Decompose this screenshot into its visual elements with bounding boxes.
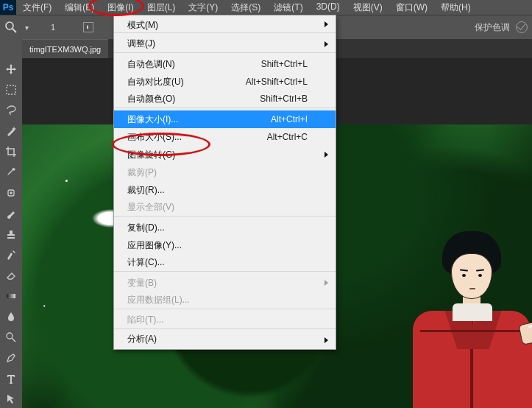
gradient-tool-icon[interactable]	[4, 289, 18, 303]
menu-item-trim[interactable]: 裁切(R)...	[114, 181, 336, 199]
menu-item-label: 变量(B)	[127, 277, 308, 289]
menu-item-crop: 裁剪(P)	[114, 163, 336, 181]
menu-item-shortcut: Alt+Ctrl+C	[267, 132, 308, 142]
menu-item-label: 裁剪(P)	[127, 166, 308, 179]
menu-item-label: 计算(C)...	[127, 256, 308, 269]
marquee-tool-icon[interactable]	[4, 83, 18, 96]
type-tool-icon[interactable]	[4, 372, 18, 385]
menu-item-apply-data-set: 应用数据组(L)...	[114, 292, 336, 309]
magnifier-icon	[4, 21, 18, 34]
menu-window[interactable]: 窗口(W)	[389, 0, 434, 15]
options-bar-value: 1	[51, 23, 55, 32]
menu-item-auto-color[interactable]: 自动颜色(O) Shift+Ctrl+B	[114, 91, 336, 108]
svg-rect-2	[7, 85, 15, 94]
menu-item-adjustments[interactable]: 调整(J)	[114, 35, 336, 53]
preserve-tone-toggle-icon[interactable]	[516, 21, 528, 33]
app-logo: Ps	[0, 0, 16, 15]
menu-item-label: 陷印(T)...	[127, 314, 308, 326]
menu-item-mode[interactable]: 模式(M)	[114, 15, 336, 33]
menu-item-canvas-size[interactable]: 画布大小(S)... Alt+Ctrl+C	[114, 128, 336, 146]
menu-item-trap: 陷印(T)...	[114, 312, 336, 329]
menu-item-label: 复制(D)...	[127, 222, 308, 234]
blur-tool-icon[interactable]	[4, 310, 18, 323]
submenu-arrow-icon	[324, 21, 328, 27]
menu-item-shortcut: Shift+Ctrl+B	[260, 94, 308, 104]
dodge-tool-icon[interactable]	[4, 331, 18, 344]
menu-type[interactable]: 文字(Y)	[182, 0, 224, 15]
menu-items: 文件(F) 编辑(E) 图像(I) 图层(L) 文字(Y) 选择(S) 滤镜(T…	[16, 0, 478, 15]
options-tool-thumb[interactable]	[83, 22, 93, 32]
menu-item-auto-contrast[interactable]: 自动对比度(U) Alt+Shift+Ctrl+L	[114, 73, 336, 91]
menu-item-apply-image[interactable]: 应用图像(Y)...	[114, 236, 336, 254]
history-brush-tool-icon[interactable]	[4, 248, 18, 261]
crop-tool-icon[interactable]	[4, 145, 18, 158]
tool-column-header	[0, 39, 22, 58]
menu-item-label: 调整(J)	[127, 38, 308, 50]
menu-item-label: 自动颜色(O)	[127, 93, 260, 105]
menu-item-shortcut: Alt+Ctrl+I	[271, 114, 308, 124]
menu-item-reveal-all: 显示全部(V)	[114, 199, 336, 217]
eyedropper-tool-icon[interactable]	[4, 166, 18, 179]
anime-character	[391, 224, 532, 408]
menu-item-label: 裁切(R)...	[127, 184, 308, 197]
menu-item-auto-tone[interactable]: 自动色调(N) Shift+Ctrl+L	[114, 55, 336, 73]
menu-help[interactable]: 帮助(H)	[434, 0, 478, 15]
menu-item-label: 画布大小(S)...	[127, 131, 267, 144]
submenu-arrow-icon	[324, 41, 328, 47]
menu-edit[interactable]: 编辑(E)	[58, 0, 101, 15]
svg-point-0	[6, 22, 13, 29]
lasso-tool-icon[interactable]	[4, 104, 18, 117]
menu-item-label: 自动色调(N)	[127, 58, 261, 71]
menu-item-label: 模式(M)	[127, 19, 308, 32]
menu-item-label: 图像旋转(G)	[127, 149, 308, 161]
stamp-tool-icon[interactable]	[4, 228, 18, 241]
menu-item-label: 应用数据组(L)...	[127, 294, 308, 306]
menu-item-label: 应用图像(Y)...	[127, 239, 308, 252]
document-tab-label: timgITEXM3WQ.jpg	[29, 45, 101, 54]
eraser-tool-icon[interactable]	[4, 269, 18, 282]
submenu-arrow-icon	[324, 280, 328, 286]
menu-item-shortcut: Shift+Ctrl+L	[261, 59, 308, 69]
menu-item-duplicate[interactable]: 复制(D)...	[114, 219, 336, 236]
menubar: Ps 文件(F) 编辑(E) 图像(I) 图层(L) 文字(Y) 选择(S) 滤…	[0, 0, 532, 15]
svg-line-1	[13, 29, 16, 32]
submenu-arrow-icon	[324, 337, 328, 343]
menu-filter[interactable]: 滤镜(T)	[267, 0, 309, 15]
menu-item-variables: 变量(B)	[114, 274, 336, 292]
submenu-arrow-icon	[324, 152, 328, 158]
path-selection-tool-icon[interactable]	[4, 393, 18, 406]
document-tab[interactable]: timgITEXM3WQ.jpg	[22, 39, 108, 58]
brush-tool-icon[interactable]	[4, 207, 18, 220]
menu-file[interactable]: 文件(F)	[16, 0, 58, 15]
preserve-tone-label: 保护色调	[475, 21, 510, 34]
menu-item-calculations[interactable]: 计算(C)...	[114, 254, 336, 272]
menu-item-label: 分析(A)	[127, 333, 308, 345]
menu-layer[interactable]: 图层(L)	[141, 0, 182, 15]
svg-point-5	[7, 333, 13, 339]
pen-tool-icon[interactable]	[4, 351, 18, 365]
menu-item-label: 图像大小(I)...	[127, 113, 271, 126]
menu-select[interactable]: 选择(S)	[224, 0, 267, 15]
magic-wand-tool-icon[interactable]	[4, 124, 18, 138]
healing-brush-tool-icon[interactable]	[4, 186, 18, 200]
menu-item-label: 显示全部(V)	[127, 201, 308, 214]
move-tool-icon[interactable]	[4, 63, 18, 76]
current-tool-indicator[interactable]: ▾ 1	[4, 21, 93, 34]
tools-panel	[0, 58, 22, 408]
menu-view[interactable]: 视图(V)	[347, 0, 389, 15]
menu-item-shortcut: Alt+Shift+Ctrl+L	[246, 77, 308, 87]
menu-item-image-rotation[interactable]: 图像旋转(G)	[114, 146, 336, 163]
svg-line-6	[12, 338, 15, 342]
image-menu-dropdown: 模式(M) 调整(J) 自动色调(N) Shift+Ctrl+L 自动对比度(U…	[113, 15, 336, 350]
menu-item-image-size[interactable]: 图像大小(I)... Alt+Ctrl+I	[114, 110, 336, 128]
menu-image[interactable]: 图像(I)	[101, 0, 140, 15]
menu-3d[interactable]: 3D(D)	[310, 0, 347, 15]
options-bar-right: 保护色调	[475, 21, 528, 34]
menu-item-label: 自动对比度(U)	[127, 76, 246, 88]
menu-item-analysis[interactable]: 分析(A)	[114, 331, 336, 349]
svg-rect-4	[7, 294, 15, 298]
